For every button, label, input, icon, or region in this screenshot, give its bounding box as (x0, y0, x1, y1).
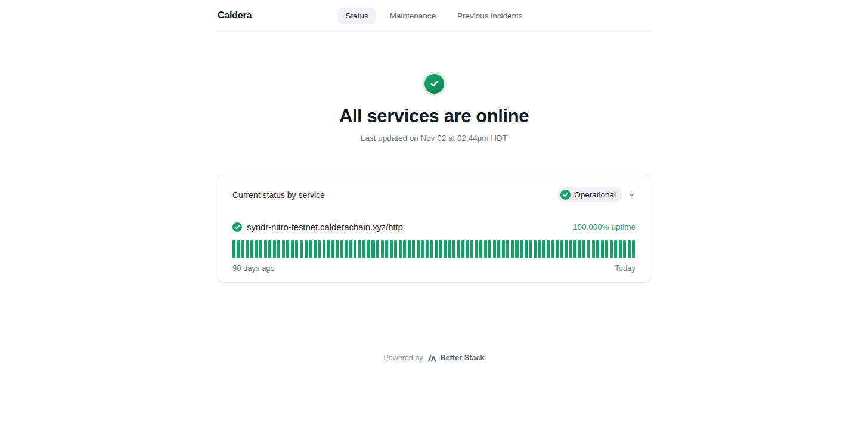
uptime-bar-segment[interactable] (255, 240, 258, 258)
uptime-bar-segment[interactable] (448, 240, 451, 258)
uptime-bar-segment[interactable] (605, 240, 608, 258)
uptime-bar-segment[interactable] (444, 240, 447, 258)
uptime-bar-segment[interactable] (430, 240, 433, 258)
uptime-bar-segment[interactable] (529, 240, 532, 258)
uptime-bar-segment[interactable] (305, 240, 308, 258)
uptime-bar-segment[interactable] (582, 240, 585, 258)
service-name[interactable]: syndr-nitro-testnet.calderachain.xyz/htt… (247, 222, 403, 232)
chevron-down-icon[interactable] (628, 191, 636, 199)
uptime-bar-segment[interactable] (569, 240, 572, 258)
uptime-bar-segment[interactable] (601, 240, 604, 258)
uptime-bar-segment[interactable] (479, 240, 482, 258)
uptime-bar-segment[interactable] (556, 240, 559, 258)
uptime-bar-segment[interactable] (421, 240, 424, 258)
uptime-bar-segment[interactable] (318, 240, 321, 258)
uptime-bar-segment[interactable] (538, 240, 541, 258)
uptime-bar-segment[interactable] (619, 240, 622, 258)
uptime-bar-segment[interactable] (250, 240, 253, 258)
tab-previous-incidents[interactable]: Previous incidents (450, 8, 531, 24)
uptime-bar-segment[interactable] (371, 240, 374, 258)
uptime-bar-segment[interactable] (259, 240, 262, 258)
uptime-bar-segment[interactable] (574, 240, 576, 258)
uptime-bar-segment[interactable] (340, 240, 343, 258)
uptime-bar-segment[interactable] (426, 240, 429, 258)
status-card-header: Current status by service Operational (232, 187, 636, 202)
uptime-bar-segment[interactable] (525, 240, 528, 258)
uptime-bar-segment[interactable] (502, 240, 505, 258)
uptime-bar-segment[interactable] (358, 240, 361, 258)
uptime-bar-segment[interactable] (515, 240, 518, 258)
brand-logo[interactable]: Caldera (218, 10, 252, 21)
uptime-bar-segment[interactable] (309, 240, 312, 258)
uptime-bar-segment[interactable] (399, 240, 402, 258)
uptime-bar-segment[interactable] (295, 240, 298, 258)
uptime-bar-segment[interactable] (475, 240, 478, 258)
uptime-bar-segment[interactable] (534, 240, 537, 258)
uptime-bar-segment[interactable] (314, 240, 317, 258)
better-stack-link[interactable]: Better Stack (428, 354, 484, 362)
uptime-bar-segment[interactable] (484, 240, 487, 258)
uptime-bar-segment[interactable] (614, 240, 617, 258)
tab-maintenance[interactable]: Maintenance (382, 8, 444, 24)
uptime-bar-segment[interactable] (439, 240, 442, 258)
uptime-bar-segment[interactable] (381, 240, 384, 258)
uptime-bar-segment[interactable] (349, 240, 352, 258)
uptime-bar-segment[interactable] (596, 240, 599, 258)
uptime-bar-segment[interactable] (268, 240, 271, 258)
uptime-bar-segment[interactable] (336, 240, 339, 258)
uptime-bar-segment[interactable] (587, 240, 590, 258)
success-check-icon (424, 74, 444, 94)
uptime-bar-segment[interactable] (417, 240, 420, 258)
uptime-bar-segment[interactable] (323, 240, 326, 258)
uptime-bar-segment[interactable] (345, 240, 348, 258)
uptime-bar-segment[interactable] (390, 240, 393, 258)
uptime-bar-segment[interactable] (291, 240, 294, 258)
uptime-bar-segment[interactable] (547, 240, 550, 258)
uptime-bar-segment[interactable] (435, 240, 438, 258)
uptime-bar-segment[interactable] (327, 240, 330, 258)
uptime-bar-segment[interactable] (354, 240, 356, 258)
uptime-bar-segment[interactable] (367, 240, 370, 258)
uptime-bar-segment[interactable] (241, 240, 244, 258)
uptime-bar-segment[interactable] (506, 240, 509, 258)
uptime-bar-segment[interactable] (246, 240, 249, 258)
uptime-bar-segment[interactable] (408, 240, 411, 258)
uptime-bar-segment[interactable] (511, 240, 514, 258)
uptime-bar-segment[interactable] (520, 240, 523, 258)
uptime-bar-segment[interactable] (457, 240, 460, 258)
uptime-bar-segment[interactable] (592, 240, 595, 258)
uptime-bar-segment[interactable] (632, 240, 635, 258)
uptime-bar-segment[interactable] (237, 240, 240, 258)
uptime-bar-segment[interactable] (565, 240, 568, 258)
uptime-bar-segment[interactable] (273, 240, 276, 258)
uptime-bar-segment[interactable] (331, 240, 334, 258)
uptime-bar-segment[interactable] (542, 240, 545, 258)
uptime-bar-segment[interactable] (385, 240, 388, 258)
uptime-bar-segment[interactable] (488, 240, 491, 258)
uptime-bar-segment[interactable] (497, 240, 500, 258)
uptime-bar-segment[interactable] (300, 240, 303, 258)
uptime-bar-segment[interactable] (623, 240, 626, 258)
uptime-bar-segment[interactable] (286, 240, 289, 258)
uptime-bar-segment[interactable] (610, 240, 613, 258)
uptime-bar-segment[interactable] (394, 240, 397, 258)
uptime-bar-segment[interactable] (282, 240, 285, 258)
uptime-bar-segment[interactable] (551, 240, 554, 258)
uptime-bar-segment[interactable] (362, 240, 365, 258)
uptime-bar-segment[interactable] (376, 240, 379, 258)
uptime-bar-segment[interactable] (277, 240, 280, 258)
uptime-bar-segment[interactable] (452, 240, 455, 258)
uptime-bar-segment[interactable] (403, 240, 406, 258)
uptime-bar-segment[interactable] (232, 240, 235, 258)
uptime-bar-segment[interactable] (493, 240, 496, 258)
uptime-bar-segment[interactable] (578, 240, 581, 258)
uptime-bar-segment[interactable] (461, 240, 464, 258)
uptime-bar-segment[interactable] (466, 240, 469, 258)
uptime-bar-segment[interactable] (628, 240, 631, 258)
uptime-bar-segment[interactable] (560, 240, 563, 258)
operational-badge[interactable]: Operational (557, 187, 622, 202)
uptime-bar-segment[interactable] (412, 240, 415, 258)
uptime-bar-segment[interactable] (264, 240, 267, 258)
uptime-bar-segment[interactable] (470, 240, 473, 258)
tab-status[interactable]: Status (337, 8, 376, 24)
